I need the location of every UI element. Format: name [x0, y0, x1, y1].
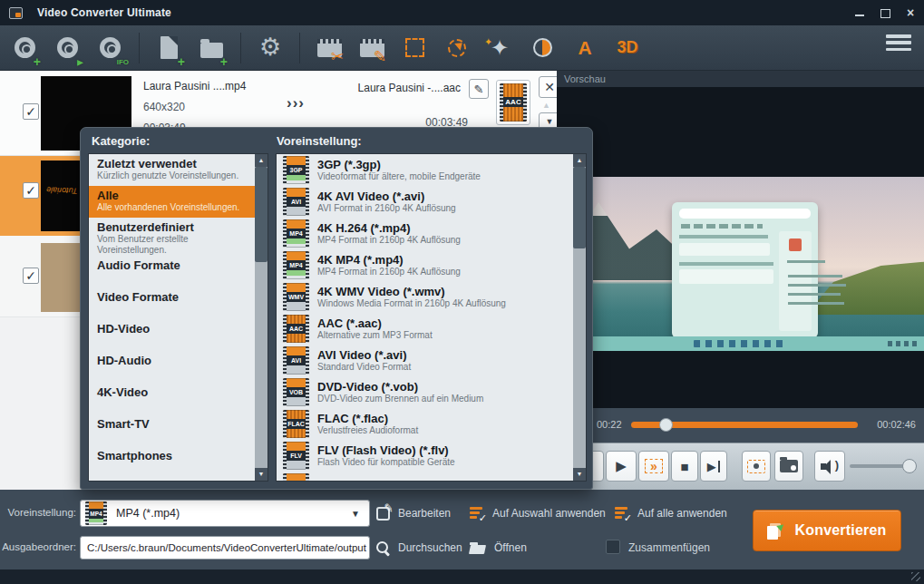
- scroll-thumb[interactable]: [573, 167, 586, 248]
- add-dvd-button[interactable]: +: [9, 30, 40, 66]
- category-item-smart-tv[interactable]: Smart-TV: [89, 408, 267, 440]
- snapshot-folder-button[interactable]: [774, 451, 803, 482]
- category-scrollbar[interactable]: ▲ ▼: [255, 154, 267, 481]
- next-frame-button[interactable]: ▶: [700, 451, 727, 482]
- title-bar: Video Converter Ultimate ×: [0, 0, 924, 25]
- main-toolbar: + ▸ IFO + + ⚙ ✂ ✎ ✦ A 3D: [0, 25, 924, 71]
- file-checkbox-3[interactable]: [23, 268, 39, 284]
- preset-item[interactable]: GIF GIF (*.gif): [277, 472, 586, 482]
- crop-button[interactable]: [399, 30, 430, 66]
- add-file-icon: [160, 36, 178, 59]
- scroll-up-button[interactable]: ▲: [255, 154, 267, 167]
- load-dvd-folder-button[interactable]: ▸: [52, 30, 83, 66]
- target-file-name: Laura Pausini -....aac: [326, 82, 461, 94]
- preset-item[interactable]: AVI 4K AVI Video (*.avi)AVI Format in 21…: [277, 186, 586, 218]
- edit-button[interactable]: ✎: [356, 30, 387, 66]
- video-preview[interactable]: [557, 87, 924, 424]
- play-button[interactable]: ▶: [606, 451, 637, 482]
- settings-button[interactable]: ⚙: [255, 30, 286, 66]
- load-ifo-button[interactable]: IFO: [94, 30, 125, 66]
- convert-button[interactable]: Konvertieren: [753, 510, 901, 551]
- dvd-disc-icon: [15, 37, 35, 58]
- file-checkbox-2[interactable]: [23, 182, 39, 199]
- preset-item[interactable]: AAC AAC (*.aac)Alternative zum MP3 Forma…: [277, 313, 586, 345]
- gear-icon: ⚙: [259, 35, 281, 60]
- preset-format-icon: VOB: [283, 378, 309, 406]
- close-button[interactable]: ×: [904, 6, 917, 19]
- bottom-bar: Voreinstellung: MP4 MP4 (*.mp4) ▼ Bearbe…: [0, 490, 924, 569]
- category-item-hd-video[interactable]: HD-Video: [89, 313, 267, 345]
- add-folder-button[interactable]: +: [196, 30, 227, 66]
- scroll-down-button[interactable]: ▼: [255, 468, 267, 481]
- volume-handle[interactable]: [902, 459, 917, 473]
- preset-item[interactable]: MP4 4K H.264 (*.mp4)MP4 Format in 2160p …: [277, 218, 586, 249]
- format-badge[interactable]: AAC: [496, 80, 530, 125]
- scroll-up-button[interactable]: ▲: [573, 154, 586, 167]
- scroll-down-button[interactable]: ▼: [573, 468, 586, 481]
- segment-icon: »: [645, 459, 663, 473]
- rotate-button[interactable]: [442, 30, 472, 66]
- preset-item[interactable]: FLV FLV (Flash Video) (*.flv)Flash Video…: [277, 440, 586, 472]
- preset-item[interactable]: WMV 4K WMV Video (*.wmv)Windows Media Fo…: [277, 281, 586, 313]
- rename-pencil-button[interactable]: ✎: [469, 79, 489, 99]
- preset-panel: Kategorie: Voreinstellung: Zuletzt verwe…: [80, 127, 593, 490]
- category-header: Kategorie:: [92, 134, 150, 148]
- maximize-button[interactable]: [879, 6, 891, 19]
- seek-handle[interactable]: [659, 418, 673, 432]
- player-controls: ▶ » ■ ▶ ): [557, 443, 924, 490]
- output-preset-dropdown[interactable]: MP4 MP4 (*.mp4) ▼: [80, 500, 370, 527]
- add-file-button[interactable]: +: [153, 30, 184, 66]
- edit-preset-button[interactable]: Bearbeiten: [376, 501, 451, 526]
- category-item-video-formats[interactable]: Video Formate: [89, 281, 267, 313]
- merge-label[interactable]: Zusammenfügen: [628, 541, 710, 554]
- seek-bar[interactable]: [631, 422, 858, 428]
- resize-grip[interactable]: [911, 572, 920, 581]
- output-path-field[interactable]: C:/Users/c.braun/Documents/VideoConverte…: [80, 536, 370, 560]
- file-checkbox-1[interactable]: [23, 103, 39, 120]
- current-time: 00:22: [597, 419, 622, 430]
- merge-checkbox[interactable]: [606, 540, 620, 554]
- menu-hamburger-icon[interactable]: [886, 34, 911, 51]
- preset-format-icon: WMV: [283, 283, 309, 311]
- category-item-custom[interactable]: Benutzerdefiniert Vom Benutzer erstellte…: [89, 218, 267, 249]
- stop-button[interactable]: ■: [671, 451, 698, 482]
- folder-camera-icon: [780, 460, 798, 472]
- trim-button[interactable]: ✂: [314, 30, 345, 66]
- preset-scrollbar[interactable]: ▲ ▼: [573, 154, 586, 481]
- preset-item[interactable]: MP4 4K MP4 (*.mp4)MP4 Format in 2160p 4K…: [277, 249, 586, 281]
- open-folder-button[interactable]: Öffnen: [470, 535, 527, 560]
- category-item-recent[interactable]: Zuletzt verwendet Kürzlich genutzte Vore…: [89, 154, 267, 186]
- category-item-4k-video[interactable]: 4K-Video: [89, 376, 267, 408]
- category-item-all[interactable]: Alle Alle vorhandenen Voreinstellungen.: [89, 186, 267, 218]
- source-file-name: Laura Pausini ....mp4: [143, 80, 246, 92]
- 3d-icon: 3D: [617, 38, 637, 57]
- sparkle-icon: ✦: [491, 37, 509, 59]
- volume-slider[interactable]: [850, 464, 915, 468]
- enhance-button[interactable]: ✦: [484, 30, 515, 66]
- preset-item[interactable]: FLAC FLAC (*.flac)Verlustfreies Audiofor…: [277, 408, 586, 440]
- snapshot-button[interactable]: [742, 451, 771, 482]
- preset-item[interactable]: 3GP 3GP (*.3gp)Videoformat für ältere, m…: [277, 154, 586, 186]
- window-title: Video Converter Ultimate: [37, 6, 171, 19]
- minimize-button[interactable]: [853, 6, 866, 19]
- preset-item[interactable]: AVI AVI Video (*.avi)Standard Video Form…: [277, 345, 586, 376]
- rotate-icon: [448, 39, 466, 57]
- preset-format-icon: 3GP: [283, 156, 309, 184]
- apply-to-all-button[interactable]: Auf alle anwenden: [615, 501, 727, 526]
- category-item-hd-audio[interactable]: HD-Audio: [89, 345, 267, 376]
- category-item-smartphones[interactable]: Smartphones: [89, 440, 267, 472]
- preset-item[interactable]: VOB DVD-Video (*.vob)DVD-Video zum Brenn…: [277, 376, 586, 408]
- move-up-button[interactable]: ▲: [542, 101, 550, 110]
- apply-to-selected-button[interactable]: Auf Auswahl anwenden: [470, 501, 606, 526]
- mute-button[interactable]: ): [814, 451, 845, 482]
- category-item-other[interactable]: Sonstige: [89, 472, 267, 482]
- watermark-button[interactable]: A: [569, 30, 600, 66]
- 3d-button[interactable]: 3D: [612, 30, 643, 66]
- segment-button[interactable]: »: [638, 451, 669, 482]
- app-window: Video Converter Ultimate × + ▸ IFO + + ⚙…: [0, 0, 924, 584]
- scroll-thumb[interactable]: [255, 167, 267, 262]
- browse-button[interactable]: Durchsuchen: [376, 535, 462, 560]
- effect-button[interactable]: [527, 30, 558, 66]
- apply-list-check-icon: [470, 507, 484, 520]
- format-badge-label: AAC: [503, 97, 523, 107]
